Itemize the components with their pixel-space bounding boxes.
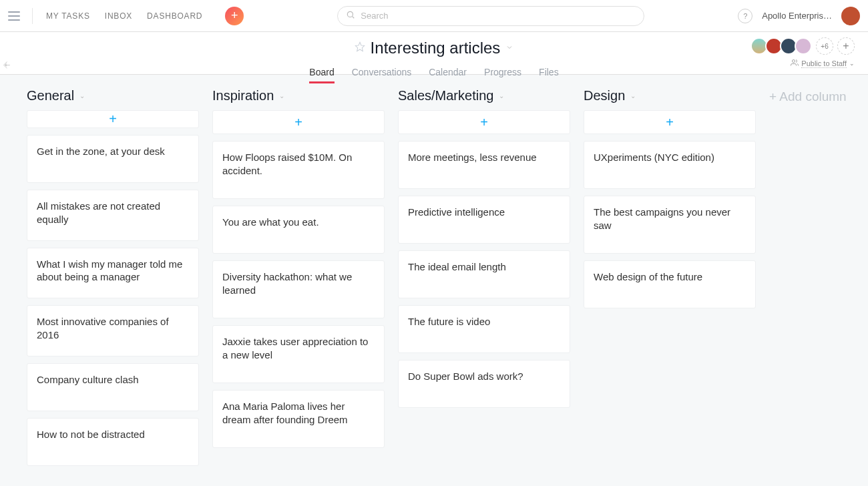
nav-dashboard[interactable]: DASHBOARD	[146, 9, 204, 23]
column-header[interactable]: Inspiration ⌄	[212, 88, 385, 103]
card[interactable]: UXperiments (NYC edition)	[584, 141, 756, 189]
project-title: Interesting articles	[371, 39, 501, 57]
add-task-button[interactable]: +	[225, 7, 244, 25]
privacy-toggle[interactable]: Public to Staff ⌄	[791, 59, 855, 68]
card[interactable]: Company culture clash	[27, 363, 199, 411]
workspace-label[interactable]: Apollo Enterpris…	[762, 11, 832, 21]
column-header[interactable]: Sales/Marketing ⌄	[398, 88, 570, 103]
card[interactable]: What I wish my manager told me about bei…	[27, 248, 199, 299]
star-icon[interactable]	[355, 41, 365, 55]
column-design: Design ⌄ + UXperiments (NYC edition) The…	[584, 88, 756, 473]
card[interactable]: The best campaigns you never saw	[584, 196, 756, 254]
add-card-button[interactable]: +	[27, 110, 199, 128]
card[interactable]: How Floops raised $10M. On accident.	[212, 141, 385, 199]
column-title: Sales/Marketing	[398, 88, 493, 103]
svg-marker-2	[355, 42, 364, 51]
column-general: General ⌄ + Get in the zone, at your des…	[27, 88, 199, 473]
search-wrapper	[244, 6, 738, 26]
tab-progress[interactable]: Progress	[484, 63, 521, 83]
project-tabs: Board Conversations Calendar Progress Fi…	[13, 63, 855, 83]
card[interactable]: All mistakes are not created equally	[27, 190, 199, 241]
column-title: General	[27, 88, 74, 103]
privacy-icon	[791, 59, 799, 68]
nav-inbox[interactable]: INBOX	[103, 9, 134, 23]
add-card-button[interactable]: +	[398, 110, 570, 134]
privacy-label: Public to Staff	[801, 59, 847, 68]
add-card-button[interactable]: +	[584, 110, 756, 134]
svg-line-1	[353, 16, 355, 18]
chevron-down-icon: ⌄	[79, 92, 85, 99]
user-avatar[interactable]	[841, 7, 860, 25]
topbar: MY TASKS INBOX DASHBOARD + ? Apollo Ente…	[0, 0, 868, 32]
divider	[32, 8, 33, 24]
expand-sidebar-icon[interactable]: ⇱	[2, 61, 11, 69]
nav-my-tasks[interactable]: MY TASKS	[45, 9, 91, 23]
tab-calendar[interactable]: Calendar	[429, 63, 467, 83]
add-column-button[interactable]: + Add column	[769, 88, 847, 473]
board: General ⌄ + Get in the zone, at your des…	[0, 75, 868, 486]
chevron-down-icon: ⌄	[630, 92, 636, 99]
card[interactable]: More meetings, less revenue	[398, 141, 570, 189]
card[interactable]: Web design of the future	[584, 260, 756, 308]
search-input[interactable]	[361, 11, 636, 21]
tab-conversations[interactable]: Conversations	[352, 63, 412, 83]
card[interactable]: Ana Maria Paloma lives her dream after f…	[212, 390, 385, 448]
column-inspiration: Inspiration ⌄ + How Floops raised $10M. …	[212, 88, 385, 473]
chevron-down-icon: ⌄	[499, 92, 504, 99]
chevron-down-icon: ⌄	[849, 60, 855, 67]
card[interactable]: Most innovative companies of 2016	[27, 305, 199, 356]
chevron-down-icon: ⌄	[279, 92, 284, 99]
topbar-right: ? Apollo Enterpris…	[738, 7, 860, 25]
card[interactable]: Jaxxie takes user appreciation to a new …	[212, 325, 385, 383]
search-icon	[346, 10, 355, 22]
search-box[interactable]	[337, 6, 644, 26]
card[interactable]: How to not be distracted	[27, 418, 199, 466]
member-avatar[interactable]	[795, 37, 812, 55]
card[interactable]: The future is video	[398, 305, 570, 353]
add-member-button[interactable]: +	[837, 37, 855, 55]
card[interactable]: Predictive intelligence	[398, 196, 570, 244]
add-card-button[interactable]: +	[212, 110, 385, 134]
help-button[interactable]: ?	[738, 9, 752, 23]
members-row: +6 +	[754, 37, 855, 55]
member-overflow-count[interactable]: +6	[816, 37, 833, 55]
hamburger-icon[interactable]	[8, 11, 20, 21]
column-title: Inspiration	[212, 88, 274, 103]
card[interactable]: Do Super Bowl ads work?	[398, 360, 570, 408]
card[interactable]: Get in the zone, at your desk	[27, 135, 199, 183]
project-menu-chevron-icon[interactable]	[505, 42, 513, 54]
tab-board[interactable]: Board	[309, 63, 334, 83]
topbar-left: MY TASKS INBOX DASHBOARD +	[8, 7, 244, 25]
column-header[interactable]: General ⌄	[27, 88, 199, 103]
column-sales-marketing: Sales/Marketing ⌄ + More meetings, less …	[398, 88, 570, 473]
svg-point-3	[793, 60, 795, 63]
svg-point-0	[348, 11, 353, 17]
card[interactable]: The ideal email length	[398, 250, 570, 298]
card[interactable]: Diversity hackathon: what we learned	[212, 260, 385, 318]
tab-files[interactable]: Files	[539, 63, 559, 83]
project-header: ⇱ Interesting articles Board Conversatio…	[0, 32, 868, 75]
card[interactable]: You are what you eat.	[212, 206, 385, 254]
title-row: Interesting articles	[13, 39, 855, 57]
column-header[interactable]: Design ⌄	[584, 88, 756, 103]
column-title: Design	[584, 88, 625, 103]
